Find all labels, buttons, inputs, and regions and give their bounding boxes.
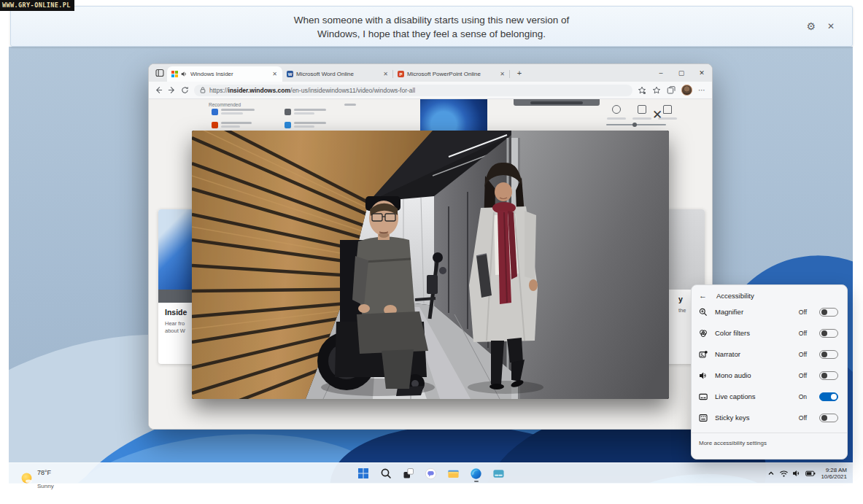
url-text[interactable]: https://insider.windows.com/en-us/inside… [209,87,415,94]
search-icon[interactable] [378,464,394,483]
page-list-item[interactable] [212,122,252,128]
word-favicon: W [287,71,293,77]
profile-avatar[interactable] [681,85,692,96]
sticky-keys-toggle[interactable] [819,414,838,422]
collections-icon[interactable] [667,86,676,95]
weather-widget[interactable]: 78°FSunny [20,465,54,491]
caption-line-1: When someone with a disability starts us… [11,13,852,27]
page-list-item[interactable] [285,109,326,115]
page-list-item[interactable] [285,122,326,128]
page-cta-button[interactable] [514,99,600,106]
magnifier-icon [699,308,708,317]
color-filters-icon [699,329,708,338]
maximize-button[interactable]: ▢ [671,69,692,77]
powerpoint-favicon: P [398,71,404,77]
tab-word-online[interactable]: W Microsoft Word Online ✕ [282,66,393,82]
live-captions-toggle[interactable] [819,392,838,401]
row-state: Off [799,309,807,316]
address-bar[interactable]: https://insider.windows.com/en-us/inside… [194,85,632,96]
live-caption-text: When someone with a disability starts us… [11,13,852,41]
tab-label: Microsoft Word Online [296,71,379,77]
tab-close-icon[interactable]: ✕ [499,71,506,77]
tab-strip: Windows Insider ✕ W Microsoft Word Onlin… [149,64,712,82]
tab-windows-insider[interactable]: Windows Insider ✕ [167,66,282,82]
row-state: Off [799,414,807,422]
file-explorer-icon[interactable] [446,464,462,483]
toolbar-right-icons: ⋯ [638,85,706,96]
minimize-button[interactable]: – [651,69,671,77]
site-lock-icon[interactable] [200,87,206,93]
forward-icon[interactable] [168,86,176,94]
row-label: Live captions [715,392,792,400]
insider-webpage: Recommended Inside Hear froabout W [149,99,712,430]
row-label: Sticky keys [715,414,792,422]
tray-chevron-icon[interactable] [767,469,775,478]
back-icon[interactable] [155,86,163,94]
edge-browser-window: Windows Insider ✕ W Microsoft Word Onlin… [148,63,713,430]
live-captions-icon [699,392,708,401]
sticky-keys-icon [699,414,708,422]
caption-settings-gear-icon[interactable]: ⚙ [806,20,816,32]
watermark: WWW.GRY-ONLINE.PL [0,0,74,11]
page-blur-icon[interactable] [607,105,626,120]
row-label: Narrator [715,350,792,358]
mono-audio-icon [699,371,708,380]
tab-close-icon[interactable]: ✕ [271,71,278,77]
row-state: On [799,393,807,400]
close-button[interactable]: ✕ [692,69,712,77]
page-more-link[interactable] [344,104,356,106]
page-progress-handle[interactable] [632,123,637,127]
sticky-keys-row[interactable]: Sticky keys Off [692,407,847,428]
start-button[interactable] [355,464,371,483]
new-tab-button[interactable]: + [512,66,527,80]
live-captions-app-icon[interactable] [491,464,507,483]
page-blur-icon[interactable] [632,105,651,120]
system-tray: 9:28 AM 10/6/2021 [767,463,847,484]
page-list-item[interactable] [212,109,255,115]
live-captions-row[interactable]: Live captions On [692,386,847,407]
sun-icon [20,472,33,484]
accessibility-flyout: ← Accessibility Magnifier Off Color filt… [691,284,848,460]
narrator-row[interactable]: Narrator Off [692,344,847,365]
accessibility-title: Accessibility [716,292,754,300]
video-player[interactable] [192,131,669,399]
favorite-add-icon[interactable] [638,86,646,95]
color-filters-toggle[interactable] [819,329,838,338]
mono-audio-row[interactable]: Mono audio Off [692,365,847,386]
tab-label: Windows Insider [190,71,268,77]
battery-icon[interactable] [805,469,816,478]
tab-powerpoint-online[interactable]: P Microsoft PowerPoint Online ✕ [393,66,510,82]
chat-icon[interactable] [423,464,439,483]
taskbar: 78°FSunny [9,462,853,484]
live-captions-bar: When someone with a disability starts us… [10,6,853,47]
magnifier-toggle[interactable] [819,308,838,317]
tray-date: 10/6/2021 [821,473,847,480]
more-menu-icon[interactable]: ⋯ [698,86,706,94]
edge-icon[interactable] [468,464,484,483]
video-frame-scene [192,131,669,399]
row-label: Color filters [715,329,792,337]
video-overlay-close-icon[interactable]: ✕ [652,109,662,121]
tab-close-icon[interactable]: ✕ [382,71,389,77]
more-accessibility-settings-link[interactable]: More accessibility settings [692,433,847,446]
color-filters-row[interactable]: Color filters Off [692,322,847,344]
recommended-label: Recommended [209,102,241,107]
tab-audio-icon[interactable] [181,71,187,77]
back-icon[interactable]: ← [699,291,707,300]
taskbar-center-icons [355,463,507,484]
weather-temp: 78°F [37,469,51,476]
wifi-icon[interactable] [779,469,789,478]
page-hero-thumbnail [420,99,487,131]
volume-icon[interactable] [792,469,802,478]
tab-actions-icon[interactable] [152,66,167,80]
narrator-toggle[interactable] [819,350,838,359]
mono-audio-toggle[interactable] [819,371,838,380]
magnifier-row[interactable]: Magnifier Off [692,301,847,322]
clock[interactable]: 9:28 AM 10/6/2021 [821,467,847,481]
task-view-icon[interactable] [400,464,417,483]
caption-close-icon[interactable]: ✕ [827,21,835,31]
caption-line-2: Windows, I hope that they feel a sense o… [11,27,852,41]
favorites-icon[interactable] [652,86,661,95]
row-state: Off [799,330,807,337]
refresh-icon[interactable] [181,86,189,94]
